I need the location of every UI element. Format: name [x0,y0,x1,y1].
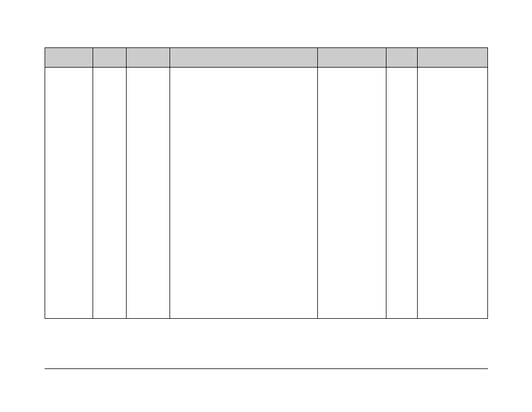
table-container [45,47,488,319]
table-row [45,68,488,319]
footer-divider [45,368,488,369]
table-cell [318,68,386,319]
table-header-cell [318,48,386,68]
table-cell [418,68,488,319]
table-header-cell [386,48,418,68]
table-cell [126,68,170,319]
table-cell [170,68,318,319]
table-cell [386,68,418,319]
table-cell [93,68,126,319]
table-header-cell [93,48,126,68]
table-header-cell [418,48,488,68]
data-table [45,47,488,319]
table-cell [45,68,93,319]
table-header-row [45,48,488,68]
table-header-cell [126,48,170,68]
table-header-cell [170,48,318,68]
table-header-cell [45,48,93,68]
